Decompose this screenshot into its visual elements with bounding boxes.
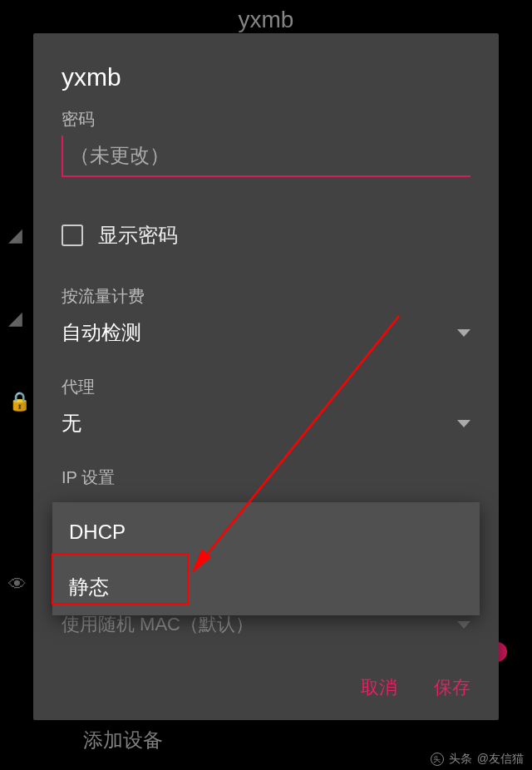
metered-select[interactable]: 自动检测 (62, 319, 470, 346)
chevron-down-icon (457, 420, 470, 427)
background-title: yxmb (0, 7, 532, 33)
mac-value: 使用随机 MAC（默认） (62, 612, 254, 637)
watermark-brand: 头条 (449, 752, 472, 767)
mac-settings-row[interactable]: 使用随机 MAC（默认） (62, 612, 470, 637)
ip-settings-label: IP 设置 (62, 466, 470, 489)
lock-icon: 🔒 (8, 391, 31, 412)
background-bottom-text: 添加设备 (83, 727, 163, 753)
proxy-select[interactable]: 无 (62, 410, 470, 437)
watermark: 头 头条 @友信猫 (431, 752, 524, 767)
wifi-icon: ◢ (8, 225, 22, 246)
wifi-icon: ◢ (8, 308, 22, 329)
metered-value: 自动检测 (62, 319, 141, 346)
ip-option-static[interactable]: 静态 (52, 559, 480, 615)
show-password-label: 显示密码 (98, 222, 178, 249)
ip-option-dhcp[interactable]: DHCP (52, 502, 480, 559)
dialog-title: yxmb (62, 63, 470, 91)
chevron-down-icon (457, 621, 470, 629)
chevron-down-icon (457, 329, 470, 337)
eye-icon: 👁 (8, 574, 27, 595)
show-password-checkbox[interactable] (62, 225, 83, 246)
watermark-icon: 头 (431, 753, 444, 766)
proxy-value: 无 (62, 410, 81, 437)
save-button[interactable]: 保存 (434, 675, 470, 700)
password-label: 密码 (62, 108, 470, 131)
show-password-row[interactable]: 显示密码 (62, 222, 470, 249)
watermark-user: @友信猫 (477, 752, 524, 767)
dialog-actions: 取消 保存 (361, 675, 470, 700)
metered-label: 按流量计费 (62, 285, 470, 308)
password-input[interactable] (62, 136, 470, 177)
ip-settings-dropdown: DHCP 静态 (52, 502, 480, 615)
proxy-label: 代理 (62, 376, 470, 398)
cancel-button[interactable]: 取消 (361, 675, 397, 700)
